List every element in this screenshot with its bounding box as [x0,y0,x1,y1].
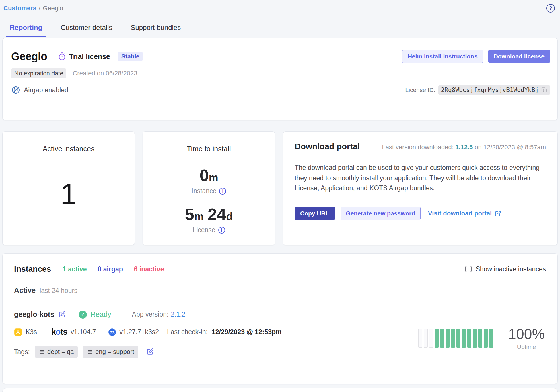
trial-timer-icon [58,52,66,61]
license-meta-row: No expiration date Created on 06/28/2023 [11,68,550,78]
tag-pill: dept = qa [35,346,78,358]
visit-download-portal-link[interactable]: Visit download portal [428,210,501,217]
kots-logo: kots [51,327,67,337]
last-checkin-label: Last check-in: [167,328,208,336]
license-time-unit-2: d [226,211,233,223]
active-section-header: Active last 24 hours [14,286,546,295]
active-instances-card: Active instances 1 [2,131,135,245]
instance-row: geeglo-kots Ready App versio [14,310,546,358]
instance-tags-row: Tags: dept = qa [14,346,418,358]
app-version: App version: 2.1.2 [132,311,186,318]
instance-time-value: 0 [199,166,209,185]
download-portal-card: Download portal Last version downloaded:… [283,131,558,245]
uptime-bar-up [478,329,482,348]
breadcrumb-customers-link[interactable]: Customers [3,5,36,12]
license-time-value-1: 5 [185,205,194,224]
time-to-install-card: Time to install 0 m Instance 5 m [143,131,275,245]
show-inactive-checkbox[interactable] [465,266,472,272]
airgap-label: Airgap enabled [24,86,68,94]
external-link-icon [495,210,501,217]
copy-url-button[interactable]: Copy URL [295,207,335,220]
license-info-icon[interactable] [218,227,225,234]
license-id-label: License ID: [405,87,435,93]
instances-header: Instances 1 active 0 airgap 6 inactive S… [14,264,546,274]
download-portal-actions: Copy URL Generate new password Visit dow… [295,207,546,220]
check-circle-icon [79,311,87,319]
active-subheader: last 24 hours [40,287,77,295]
instance-time-unit: m [209,172,218,184]
instance-details: geeglo-kots Ready App versio [14,310,418,358]
license-buttons: Helm install instructions Download licen… [402,50,550,63]
instance-time-label: Instance [192,187,217,195]
license-detail-row: Airgap enabled License ID: 2Rq8WLcsjfxqr… [11,85,550,95]
visit-download-portal-label: Visit download portal [428,210,492,217]
show-inactive-toggle: Show inactive instances [465,265,546,273]
instances-title: Instances [14,264,51,274]
tab-customer-details[interactable]: Customer details [57,21,116,37]
app-version-label: App version: [132,311,169,318]
active-count[interactable]: 1 active [63,265,87,273]
tag-icon [87,349,93,355]
inactive-count[interactable]: 6 inactive [134,265,164,273]
page-content: Geeglo Trial license Stabl [0,38,560,392]
expiration-badge: No expiration date [11,68,66,78]
kubernetes-version: v1.27.7+k3s2 [108,328,159,336]
divider [14,302,546,302]
instance-info-icon[interactable] [219,188,226,195]
uptime-bar-up [456,329,460,348]
active-instances-title: Active instances [43,145,95,153]
license-type: Trial license [58,52,110,61]
active-header: Active [14,286,36,295]
divider [14,367,546,367]
license-type-label: Trial license [69,52,110,61]
license-time-value-2: 24 [208,205,226,224]
uptime-bar-empty [418,329,422,348]
instance-status: Ready [79,310,111,319]
edit-tags-icon[interactable] [146,348,154,356]
last-version-link[interactable]: 1.12.5 [455,144,473,151]
tag-text: dept = qa [47,348,74,356]
edit-instance-name-icon[interactable] [58,311,66,318]
license-id: License ID: 2Rq8WLcsjfxqrMysjvB1WodYkBj [405,85,550,95]
download-portal-title: Download portal [295,142,360,151]
airgap-status: Airgap enabled [11,85,68,95]
helm-install-instructions-button[interactable]: Helm install instructions [402,50,483,63]
show-inactive-label: Show inactive instances [476,265,546,273]
instance-time-label-row: Instance [192,187,226,195]
license-summary-card: Geeglo Trial license Stabl [2,38,558,120]
uptime-bar-up [467,329,471,348]
license-time-label-row: License [192,226,225,234]
next-card-partial [2,388,558,392]
tag-icon [39,349,45,355]
tab-reporting[interactable]: Reporting [6,21,46,37]
copy-icon[interactable] [541,87,547,93]
airgap-count[interactable]: 0 airgap [98,265,123,273]
customer-name: Geeglo [11,50,47,63]
help-icon[interactable] [546,4,555,13]
license-id-chip: 2Rq8WLcsjfxqrMysjvB1WodYkBj [438,85,550,95]
uptime-bar-up [440,329,444,348]
instance-name: geeglo-kots [14,310,54,319]
generate-new-password-button[interactable]: Generate new password [341,207,421,220]
uptime-bar-up [462,329,466,348]
breadcrumb-separator: / [39,5,40,12]
uptime-bar-up [489,329,493,348]
kots-version: kots v1.104.7 [51,327,96,337]
tab-support-bundles[interactable]: Support bundles [127,21,184,37]
breadcrumb-current: Geeglo [43,5,63,12]
airgap-globe-icon [11,85,20,95]
license-time-unit-1: m [194,211,204,223]
status-label: Ready [90,310,111,319]
distribution-label: K3s [26,328,37,336]
uptime-percent: 100% [508,326,545,342]
uptime-bar-up [451,329,455,348]
tags-label: Tags: [14,348,30,356]
tab-bar: Reporting Customer details Support bundl… [0,21,560,37]
uptime-bar-up [473,329,477,348]
download-license-button[interactable]: Download license [488,50,550,63]
instance-versions-row: K3s kots v1.104.7 [14,327,418,337]
kubernetes-icon [108,328,116,336]
tag-pill: eng = support [83,346,138,358]
app-version-link[interactable]: 2.1.2 [171,311,185,318]
created-date-text: Created on 06/28/2023 [73,70,137,77]
